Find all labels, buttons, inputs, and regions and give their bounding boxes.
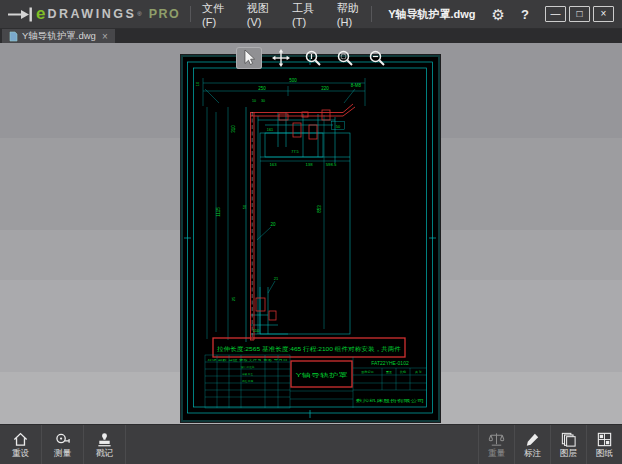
company-name: 数控机床股份有限公司 — [356, 398, 424, 403]
title-block-texts: Y轴导轨护罩 FAT22YHE-0102 阶段标记 重量 比例 共 张 数控机床… — [206, 358, 424, 404]
maximize-button[interactable]: □ — [569, 6, 590, 22]
part-number: FAT22YHE-0102 — [371, 360, 409, 366]
menu-help[interactable]: 帮助(H) — [326, 1, 372, 28]
tb-header-weight: 重量 — [386, 370, 392, 374]
layers-button[interactable]: 图层 — [550, 425, 586, 464]
dim-text: 21 — [274, 276, 279, 281]
dim-text: 30 — [261, 99, 265, 103]
markup-button[interactable]: 标注 — [514, 425, 550, 464]
document-title: Y轴导轨护罩.dwg — [372, 7, 491, 22]
dim-text: 50 — [336, 124, 341, 129]
markup-label: 标注 — [524, 449, 541, 458]
reset-label: 重设 — [12, 449, 29, 458]
dim-text: 50 — [242, 204, 247, 209]
dim-text: 25 — [231, 296, 236, 301]
workspace: 500 250 220 8-M8 10 10 30 310 1115 50 25… — [0, 43, 622, 425]
measure-icon — [54, 431, 71, 448]
pencil-icon — [524, 431, 541, 448]
dim-text: 10 — [252, 99, 256, 103]
tb-left-row: 标记 处数 分区 更改文件号 签名 年月日 — [206, 358, 288, 362]
dim-text: 250 — [258, 86, 266, 91]
tab-drawing[interactable]: Y轴导轨护罩.dwg × — [2, 29, 115, 43]
sheets-label: 图纸 — [596, 449, 613, 458]
zoom-fit-icon — [303, 48, 323, 68]
dim-text: 161 — [267, 128, 273, 132]
dimension-lines — [203, 78, 365, 340]
titlebar-right: ⚙ ? — □ × — [492, 6, 622, 22]
logo-e: e — [36, 4, 45, 24]
dim-text: 110 — [253, 328, 260, 333]
edrawings-window: e DRAWINGS ® PRO 文件(F) 视图(V) 工具(T) 帮助(H)… — [0, 0, 622, 464]
pan-icon — [271, 48, 291, 68]
mass-properties-label: 重量 — [488, 449, 505, 458]
dim-text: 220 — [321, 86, 329, 91]
dim-text: 310 — [231, 125, 236, 133]
logo-reg: ® — [137, 11, 141, 17]
cursor-arrow-icon — [239, 48, 259, 68]
zoom-icon — [367, 48, 387, 68]
annotation-note: 拉伸长度:2565 基准长度:465 行程:2100 组件对称安装，共两件 — [213, 338, 405, 357]
bottom-toolbar: 重设 测量 戳记 — [0, 424, 622, 464]
dim-text: 598.5 — [326, 162, 337, 167]
titlebar: e DRAWINGS ® PRO 文件(F) 视图(V) 工具(T) 帮助(H)… — [0, 0, 622, 29]
zoom-button[interactable] — [364, 47, 390, 69]
window-controls: — □ × — [545, 6, 614, 22]
scale-balance-icon — [488, 431, 505, 448]
app-logo: e DRAWINGS ® PRO — [0, 4, 190, 24]
layers-icon — [560, 431, 577, 448]
mass-properties-button: 重量 — [478, 425, 514, 464]
dim-text: 853 — [317, 205, 322, 213]
home-icon — [12, 431, 29, 448]
dim-text: 8-M8 — [351, 83, 362, 88]
dim-text: 500 — [289, 78, 297, 83]
help-icon[interactable]: ? — [521, 7, 529, 22]
tb-header-stage: 阶段标记 — [362, 370, 374, 374]
part-geometry — [246, 107, 350, 342]
close-button[interactable]: × — [593, 6, 614, 22]
sheets-button[interactable]: 图纸 — [586, 425, 622, 464]
part-outline-highlighted — [250, 104, 355, 340]
tb-header-scale: 比例 — [400, 370, 406, 374]
dim-text: 138 — [306, 162, 314, 167]
tab-close-icon[interactable]: × — [102, 31, 108, 42]
settings-gear-icon[interactable]: ⚙ — [492, 7, 505, 22]
minimize-button[interactable]: — — [545, 6, 566, 22]
stamp-icon — [96, 431, 113, 448]
bottombar-spacer — [126, 425, 478, 464]
dim-text: 10 — [195, 81, 200, 86]
reset-button[interactable]: 重设 — [0, 425, 42, 464]
select-tool-button[interactable] — [236, 47, 262, 69]
document-icon — [9, 31, 18, 42]
edrawings-arrow-icon — [7, 7, 33, 22]
bottombar-right-group: 重量 标注 图层 — [478, 425, 622, 464]
menu-file[interactable]: 文件(F) — [191, 1, 236, 28]
logo-brand: DRAWINGS — [47, 7, 136, 21]
menubar: 文件(F) 视图(V) 工具(T) 帮助(H) — [191, 1, 371, 28]
stamp-button[interactable]: 戳记 — [84, 425, 126, 464]
view-toolbar — [236, 47, 390, 69]
tab-label: Y轴导轨护罩.dwg — [22, 30, 96, 43]
tb-left-row: 批准 日期 — [242, 379, 254, 383]
tb-sheet-info: 共 张 — [414, 370, 422, 374]
dim-text: 163 — [270, 162, 278, 167]
dim-text: 20 — [270, 222, 276, 227]
tb-left-row: 设计 标准化 — [241, 365, 255, 369]
highlight-boxes — [256, 110, 330, 320]
logo-pro: PRO — [149, 7, 181, 21]
zoom-area-button[interactable] — [332, 47, 358, 69]
pan-tool-button[interactable] — [268, 47, 294, 69]
stamp-label: 戳记 — [96, 449, 113, 458]
menu-view[interactable]: 视图(V) — [236, 1, 281, 28]
dim-text: 1115 — [216, 207, 221, 217]
dim-text: 77.5 — [291, 150, 298, 154]
annotation-text: 拉伸长度:2565 基准长度:465 行程:2100 组件对称安装，共两件 — [217, 345, 401, 353]
tabbar: Y轴导轨护罩.dwg × — [0, 29, 622, 43]
zoom-fit-button[interactable] — [300, 47, 326, 69]
measure-button[interactable]: 测量 — [42, 425, 84, 464]
zoom-area-icon — [335, 48, 355, 68]
drawing-canvas[interactable]: 500 250 220 8-M8 10 10 30 310 1115 50 25… — [181, 55, 440, 422]
menu-tools[interactable]: 工具(T) — [281, 1, 326, 28]
tb-left-row: 审核 工艺 — [242, 372, 254, 376]
sheets-grid-icon — [596, 431, 613, 448]
layers-label: 图层 — [560, 449, 577, 458]
